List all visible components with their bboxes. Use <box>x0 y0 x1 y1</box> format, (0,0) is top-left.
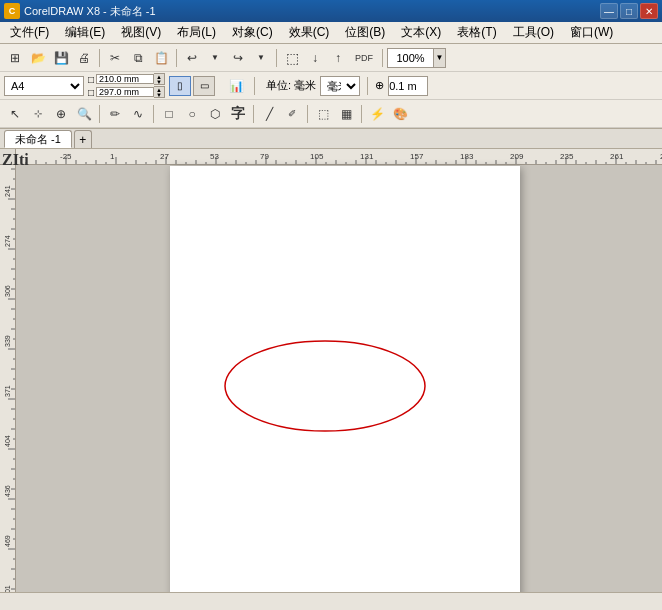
dimension-tool[interactable]: ✐ <box>281 103 303 125</box>
file-buttons: ⊞ 📂 💾 🖨 <box>4 47 95 69</box>
fill-tool[interactable]: 🎨 <box>389 103 411 125</box>
pdf-button[interactable]: PDF <box>350 47 378 69</box>
width-row: □ ▲ ▼ <box>88 73 165 85</box>
redo-button[interactable]: ↪ <box>227 47 249 69</box>
sep2 <box>176 49 177 67</box>
menu-bar: 文件(F) 编辑(E) 视图(V) 布局(L) 对象(C) 效果(C) 位图(B… <box>0 22 662 44</box>
bar-chart-icon-group: 📊 <box>225 75 247 97</box>
tab-unnamed-label: 未命名 -1 <box>15 132 61 147</box>
app-icon: C <box>4 3 20 19</box>
menu-edit[interactable]: 编辑(E) <box>57 22 113 43</box>
landscape-button[interactable]: ▭ <box>193 76 215 96</box>
minimize-button[interactable]: — <box>600 3 618 19</box>
import-button[interactable]: ⬚ <box>281 47 303 69</box>
tab-unnamed[interactable]: 未命名 -1 <box>4 130 72 148</box>
select-tool[interactable]: ↖ <box>4 103 26 125</box>
menu-tools[interactable]: 工具(O) <box>505 22 562 43</box>
zoom-tool[interactable]: 🔍 <box>73 103 95 125</box>
width-icon: □ <box>88 74 94 85</box>
clipboard-buttons: ✂ ⧉ 📋 <box>104 47 172 69</box>
ellipse-tool[interactable]: ○ <box>181 103 203 125</box>
pattern-tool[interactable]: ▦ <box>335 103 357 125</box>
drawing-canvas <box>170 166 520 593</box>
menu-text[interactable]: 文本(X) <box>393 22 449 43</box>
menu-layout[interactable]: 布局(L) <box>169 22 224 43</box>
drawing-page[interactable] <box>170 166 520 593</box>
crop-tool[interactable]: ⬚ <box>312 103 334 125</box>
ruler-h-canvas <box>16 149 662 165</box>
nudge-label: ⊕ <box>375 79 384 92</box>
tools-sep3 <box>253 105 254 123</box>
horizontal-ruler <box>16 149 662 165</box>
zoom-dropdown-arrow[interactable]: ▼ <box>433 49 445 67</box>
menu-file[interactable]: 文件(F) <box>2 22 57 43</box>
save-button[interactable]: 💾 <box>50 47 72 69</box>
canvas-area: ZIti <box>0 149 662 593</box>
dropper-tool[interactable]: ⚡ <box>366 103 388 125</box>
sep6 <box>367 77 368 95</box>
cut-button[interactable]: ✂ <box>104 47 126 69</box>
toolbars: ⊞ 📂 💾 🖨 ✂ ⧉ 📋 ↩ ▼ ↪ ▼ ⬚ ↓ ↑ PDF ▼ <box>0 44 662 129</box>
polygon-tool[interactable]: ⬡ <box>204 103 226 125</box>
app-icon-label: C <box>9 6 16 16</box>
nudge-input[interactable] <box>388 76 428 96</box>
page-dimensions: □ ▲ ▼ □ ▲ ▼ <box>88 73 165 98</box>
tools-sep5 <box>361 105 362 123</box>
line-tool[interactable]: ╱ <box>258 103 280 125</box>
portrait-button[interactable]: ▯ <box>169 76 191 96</box>
paste-button[interactable]: 📋 <box>150 47 172 69</box>
copy-button[interactable]: ⧉ <box>127 47 149 69</box>
close-button[interactable]: ✕ <box>640 3 658 19</box>
sep1 <box>99 49 100 67</box>
menu-view[interactable]: 视图(V) <box>113 22 169 43</box>
height-icon: □ <box>88 87 94 98</box>
text-tool[interactable]: 字 <box>227 103 249 125</box>
undo-button[interactable]: ↩ <box>181 47 203 69</box>
rect-tool[interactable]: □ <box>158 103 180 125</box>
tab-bar: 未命名 -1 + <box>0 129 662 149</box>
export-up-button[interactable]: ↑ <box>327 47 349 69</box>
page-height-input[interactable] <box>96 87 154 97</box>
export-down-button[interactable]: ↓ <box>304 47 326 69</box>
sep5 <box>254 77 255 95</box>
page-width-input[interactable] <box>96 74 154 84</box>
height-down-arrow[interactable]: ▼ <box>154 92 164 97</box>
unit-select[interactable]: 毫米 <box>320 76 360 96</box>
pen-tool[interactable]: ✏ <box>104 103 126 125</box>
freehand-tool[interactable]: ⊕ <box>50 103 72 125</box>
ellipse-object[interactable] <box>225 341 425 431</box>
bar-chart-button[interactable]: 📊 <box>225 75 247 97</box>
new-button[interactable]: ⊞ <box>4 47 26 69</box>
menu-window[interactable]: 窗口(W) <box>562 22 621 43</box>
maximize-button[interactable]: □ <box>620 3 638 19</box>
redo-arrow[interactable]: ▼ <box>250 47 272 69</box>
height-arrows: ▲ ▼ <box>154 86 165 98</box>
menu-table[interactable]: 表格(T) <box>449 22 504 43</box>
unit-label-text: 单位: 毫米 <box>266 78 316 93</box>
menu-bitmap[interactable]: 位图(B) <box>337 22 393 43</box>
ruler-v-canvas <box>0 149 16 593</box>
subselect-tool[interactable]: ⊹ <box>27 103 49 125</box>
menu-effect[interactable]: 效果(C) <box>281 22 338 43</box>
zoom-control[interactable]: ▼ <box>387 48 446 68</box>
width-arrows: ▲ ▼ <box>154 73 165 85</box>
sep3 <box>276 49 277 67</box>
print-button[interactable]: 🖨 <box>73 47 95 69</box>
sep4 <box>382 49 383 67</box>
tools-sep4 <box>307 105 308 123</box>
page-size-select[interactable]: A4 <box>4 76 84 96</box>
orientation-buttons: ▯ ▭ <box>169 76 215 96</box>
ziti-text: ZIti <box>2 151 29 169</box>
bezier-tool[interactable]: ∿ <box>127 103 149 125</box>
height-row: □ ▲ ▼ <box>88 86 165 98</box>
menu-object[interactable]: 对象(C) <box>224 22 281 43</box>
open-button[interactable]: 📂 <box>27 47 49 69</box>
undo-arrow[interactable]: ▼ <box>204 47 226 69</box>
window-title: CorelDRAW X8 - 未命名 -1 <box>24 4 600 19</box>
add-tab-button[interactable]: + <box>74 130 92 148</box>
tools-sep1 <box>99 105 100 123</box>
window-controls: — □ ✕ <box>600 3 658 19</box>
width-down-arrow[interactable]: ▼ <box>154 79 164 84</box>
import-export-buttons: ⬚ ↓ ↑ PDF <box>281 47 378 69</box>
zoom-input[interactable] <box>388 49 433 67</box>
